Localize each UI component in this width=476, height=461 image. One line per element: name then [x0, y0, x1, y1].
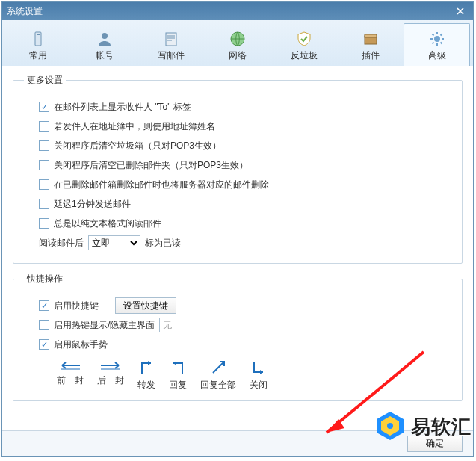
tab-label: 网络 — [229, 49, 247, 62]
gesture-label: 回复 — [169, 379, 187, 392]
gesture-label: 回复全部 — [200, 379, 236, 392]
checkbox-enable-shortcut[interactable] — [39, 300, 49, 311]
checkbox-empty-trash[interactable] — [39, 140, 49, 151]
opt-label: 总是以纯文本格式阅读邮件 — [54, 217, 161, 230]
compose-icon — [162, 30, 180, 48]
gesture-up-left-icon — [169, 359, 187, 377]
gesture-label: 转发 — [137, 379, 155, 392]
tab-label: 高级 — [428, 49, 446, 62]
checkbox-plain-text[interactable] — [39, 218, 49, 229]
svg-point-7 — [434, 36, 440, 42]
checkbox-empty-deleted[interactable] — [39, 160, 49, 170]
gesture-prev: 前一封 — [57, 359, 84, 392]
tab-network[interactable]: 网络 — [205, 23, 271, 66]
opt-enable-shortcut: 启用快捷键 设置快捷键 — [39, 297, 451, 314]
gesture-close: 关闭 — [250, 359, 268, 392]
mark-read-prefix: 阅读邮件后 — [39, 237, 84, 250]
tab-label: 插件 — [362, 49, 380, 62]
tab-account[interactable]: 帐号 — [72, 23, 138, 66]
gesture-next: 后一封 — [97, 359, 124, 392]
arrow-left-icon — [58, 359, 83, 372]
gesture-list: 前一封 后一封 转发 — [57, 359, 451, 392]
legend-more: 更多设置 — [24, 74, 66, 87]
checkbox-hotkey-toggle[interactable] — [39, 320, 49, 330]
opt-plain-text: 总是以纯文本格式阅读邮件 — [39, 215, 451, 232]
opt-label: 延迟1分钟发送邮件 — [54, 198, 131, 211]
opt-label: 关闭程序后清空已删除邮件夹（只对POP3生效） — [54, 159, 248, 172]
opt-label: 启用快捷键 — [54, 300, 99, 312]
account-icon — [96, 30, 114, 48]
legend-shortcuts: 快捷操作 — [24, 273, 66, 285]
tab-label: 帐号 — [96, 49, 114, 62]
opt-label: 启用鼠标手势 — [54, 338, 108, 351]
antispam-icon — [295, 30, 313, 48]
titlebar: 系统设置 — [2, 2, 473, 20]
tab-label: 反垃圾 — [291, 49, 318, 62]
opt-mark-read: 阅读邮件后 立即 标为已读 — [39, 235, 451, 251]
opt-enable-gesture: 启用鼠标手势 — [39, 336, 451, 353]
arrow-right-icon — [98, 359, 123, 372]
tab-general[interactable]: 常用 — [5, 23, 72, 66]
opt-label: 启用热键显示/隐藏主界面 — [54, 319, 155, 332]
svg-point-2 — [102, 33, 108, 39]
checkbox-enable-gesture[interactable] — [39, 339, 49, 350]
window-title: 系统设置 — [7, 5, 43, 18]
opt-del-server: 在已删除邮件箱删除邮件时也将服务器对应的邮件删除 — [39, 176, 451, 193]
ok-button[interactable]: 确定 — [407, 436, 463, 452]
content-area: 更多设置 在邮件列表上显示收件人 "To" 标签 若发件人在地址簿中，则使用地址… — [2, 66, 473, 430]
mark-read-select[interactable]: 立即 — [88, 235, 140, 250]
fieldset-more: 更多设置 在邮件列表上显示收件人 "To" 标签 若发件人在地址簿中，则使用地址… — [13, 74, 463, 264]
advanced-icon — [428, 30, 446, 48]
svg-rect-3 — [166, 33, 176, 46]
gesture-label: 后一封 — [97, 374, 124, 387]
gesture-down-right-icon — [250, 359, 268, 377]
opt-label: 在已删除邮件箱删除邮件时也将服务器对应的邮件删除 — [54, 179, 269, 191]
tab-antispam[interactable]: 反垃圾 — [271, 23, 337, 66]
footer: 确定 — [2, 430, 473, 456]
settings-window: 系统设置 常用 帐号 写邮件 网络 — [1, 1, 474, 457]
gesture-label: 前一封 — [57, 374, 84, 387]
plugin-icon — [362, 30, 380, 48]
opt-show-to: 在邮件列表上显示收件人 "To" 标签 — [39, 99, 451, 115]
gesture-label: 关闭 — [250, 379, 268, 392]
opt-use-ab-name: 若发件人在地址簿中，则使用地址簿姓名 — [39, 118, 451, 134]
gesture-reply-all: 回复全部 — [200, 359, 236, 392]
tab-bar: 常用 帐号 写邮件 网络 反垃圾 — [2, 20, 473, 66]
set-shortcut-button[interactable]: 设置快捷键 — [115, 297, 176, 314]
svg-rect-6 — [365, 34, 377, 37]
tab-advanced[interactable]: 高级 — [404, 23, 470, 66]
gesture-reply: 回复 — [169, 359, 187, 392]
opt-hotkey-toggle: 启用热键显示/隐藏主界面 — [39, 317, 451, 333]
opt-delay-send: 延迟1分钟发送邮件 — [39, 196, 451, 212]
tab-plugins[interactable]: 插件 — [337, 23, 404, 66]
close-icon[interactable] — [452, 4, 469, 18]
opt-empty-deleted: 关闭程序后清空已删除邮件夹（只对POP3生效） — [39, 157, 451, 173]
checkbox-del-server[interactable] — [39, 179, 49, 190]
svg-rect-1 — [37, 34, 40, 35]
opt-empty-trash: 关闭程序后清空垃圾箱（只对POP3生效） — [39, 137, 451, 154]
network-icon — [229, 30, 247, 48]
checkbox-use-ab-name[interactable] — [39, 121, 49, 132]
opt-label: 在邮件列表上显示收件人 "To" 标签 — [54, 101, 191, 114]
tab-label: 写邮件 — [158, 49, 185, 62]
gesture-up-right-icon — [137, 359, 155, 377]
general-icon — [29, 30, 47, 48]
opt-label: 关闭程序后清空垃圾箱（只对POP3生效） — [54, 140, 221, 152]
gesture-forward: 转发 — [137, 359, 155, 392]
mark-read-suffix: 标为已读 — [145, 237, 181, 250]
tab-label: 常用 — [29, 49, 47, 62]
opt-label: 若发件人在地址簿中，则使用地址簿姓名 — [54, 120, 215, 133]
hotkey-input[interactable] — [159, 318, 241, 332]
fieldset-shortcuts: 快捷操作 启用快捷键 设置快捷键 启用热键显示/隐藏主界面 启用鼠标手势 — [13, 273, 463, 401]
checkbox-delay-send[interactable] — [39, 199, 49, 209]
checkbox-show-to[interactable] — [39, 102, 49, 112]
tab-compose[interactable]: 写邮件 — [138, 23, 205, 66]
gesture-diag-icon — [209, 359, 227, 377]
